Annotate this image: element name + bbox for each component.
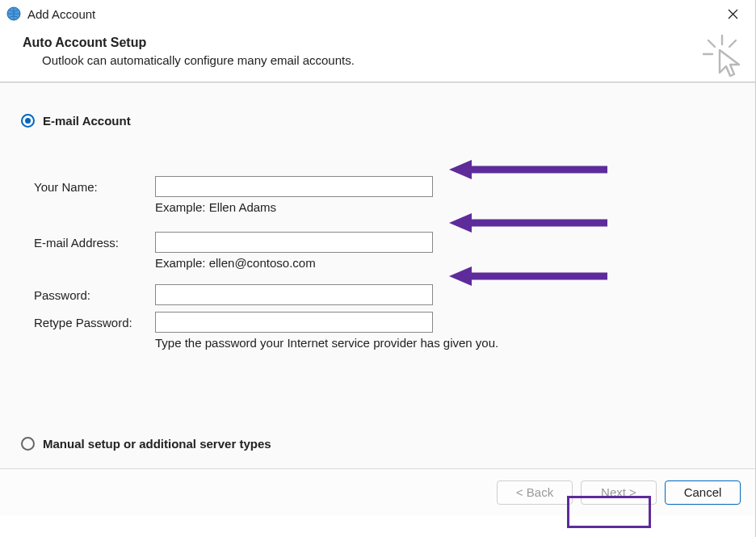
- email-input[interactable]: [155, 232, 433, 253]
- email-label: E-mail Address:: [34, 236, 155, 250]
- wizard-subtitle: Outlook can automatically configure many…: [42, 53, 733, 67]
- email-account-form: Your Name: Example: Ellen Adams E-mail A…: [21, 176, 755, 350]
- close-button[interactable]: [716, 2, 749, 26]
- retype-row: Retype Password:: [34, 312, 755, 333]
- window-title: Add Account: [27, 7, 95, 21]
- add-account-dialog: Add Account Auto Account Setup Outlook c…: [0, 0, 756, 537]
- email-account-label: E-mail Account: [43, 114, 131, 128]
- manual-setup-radio[interactable]: Manual setup or additional server types: [21, 437, 271, 451]
- password-label: Password:: [34, 288, 155, 302]
- cancel-button[interactable]: Cancel: [665, 480, 741, 505]
- back-button: < Back: [497, 480, 573, 505]
- email-account-radio[interactable]: E-mail Account: [21, 114, 755, 128]
- password-input[interactable]: [155, 284, 433, 305]
- outlook-globe-icon: [6, 6, 21, 21]
- name-hint: Example: Ellen Adams: [155, 200, 755, 214]
- radio-unselected-icon: [21, 437, 35, 451]
- wizard-footer: < Back Next > Cancel: [0, 468, 755, 515]
- manual-setup-label: Manual setup or additional server types: [43, 437, 271, 451]
- email-hint: Example: ellen@contoso.com: [155, 256, 755, 270]
- retype-input[interactable]: [155, 312, 433, 333]
- name-label: Your Name:: [34, 180, 155, 194]
- wizard-title: Auto Account Setup: [23, 36, 733, 50]
- name-row: Your Name:: [34, 176, 755, 197]
- wizard-body: E-mail Account Your Name: Example: Ellen…: [0, 82, 755, 468]
- titlebar: Add Account: [0, 0, 755, 27]
- radio-selected-icon: [21, 114, 35, 128]
- wizard-header: Auto Account Setup Outlook can automatic…: [0, 27, 755, 82]
- password-row: Password:: [34, 284, 755, 305]
- click-cursor-icon: [702, 34, 742, 82]
- email-row: E-mail Address:: [34, 232, 755, 253]
- password-hint: Type the password your Internet service …: [155, 336, 755, 350]
- name-input[interactable]: [155, 176, 433, 197]
- retype-label: Retype Password:: [34, 316, 155, 329]
- next-button[interactable]: Next >: [581, 480, 657, 505]
